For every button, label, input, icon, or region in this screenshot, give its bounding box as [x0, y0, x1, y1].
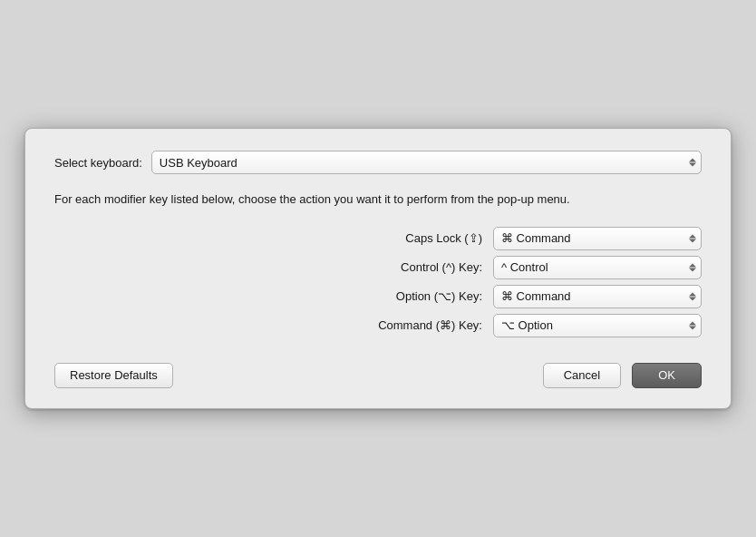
- caps-lock-select[interactable]: No Action ⌘ Command ^ Control ⌥ Option ⇪…: [493, 227, 702, 250]
- modifier-row-caps-lock: Caps Lock (⇪) No Action ⌘ Command ^ Cont…: [91, 227, 702, 250]
- modifier-keys-dialog: Select keyboard: USB Keyboard Built-in K…: [24, 128, 732, 409]
- cancel-button[interactable]: Cancel: [543, 363, 621, 388]
- control-select-wrapper: No Action ⌘ Command ^ Control ⌥ Option ⇪…: [493, 256, 702, 279]
- modifier-row-control: Control (^) Key: No Action ⌘ Command ^ C…: [91, 256, 702, 279]
- caps-lock-select-wrapper: No Action ⌘ Command ^ Control ⌥ Option ⇪…: [493, 227, 702, 250]
- keyboard-select-wrapper: USB Keyboard Built-in Keyboard: [151, 151, 702, 174]
- control-select[interactable]: No Action ⌘ Command ^ Control ⌥ Option ⇪…: [493, 256, 702, 279]
- control-label: Control (^) Key:: [337, 260, 482, 274]
- button-row: Restore Defaults Cancel OK: [54, 363, 702, 388]
- option-select[interactable]: No Action ⌘ Command ^ Control ⌥ Option ⇪…: [493, 285, 702, 308]
- option-select-wrapper: No Action ⌘ Command ^ Control ⌥ Option ⇪…: [493, 285, 702, 308]
- keyboard-label: Select keyboard:: [54, 156, 142, 170]
- modifier-row-command: Command (⌘) Key: No Action ⌘ Command ^ C…: [91, 314, 702, 337]
- modifier-row-option: Option (⌥) Key: No Action ⌘ Command ^ Co…: [91, 285, 702, 308]
- right-buttons: Cancel OK: [543, 363, 702, 388]
- command-select-wrapper: No Action ⌘ Command ^ Control ⌥ Option ⇪…: [493, 314, 702, 337]
- keyboard-selector-row: Select keyboard: USB Keyboard Built-in K…: [54, 151, 702, 174]
- restore-defaults-button[interactable]: Restore Defaults: [54, 363, 173, 388]
- modifier-keys-table: Caps Lock (⇪) No Action ⌘ Command ^ Cont…: [54, 227, 702, 337]
- caps-lock-label: Caps Lock (⇪): [337, 231, 482, 245]
- description-text: For each modifier key listed below, choo…: [54, 190, 702, 209]
- command-label: Command (⌘) Key:: [337, 318, 482, 332]
- keyboard-select[interactable]: USB Keyboard Built-in Keyboard: [151, 151, 702, 174]
- option-label: Option (⌥) Key:: [337, 289, 482, 303]
- ok-button[interactable]: OK: [632, 363, 702, 388]
- command-select[interactable]: No Action ⌘ Command ^ Control ⌥ Option ⇪…: [493, 314, 702, 337]
